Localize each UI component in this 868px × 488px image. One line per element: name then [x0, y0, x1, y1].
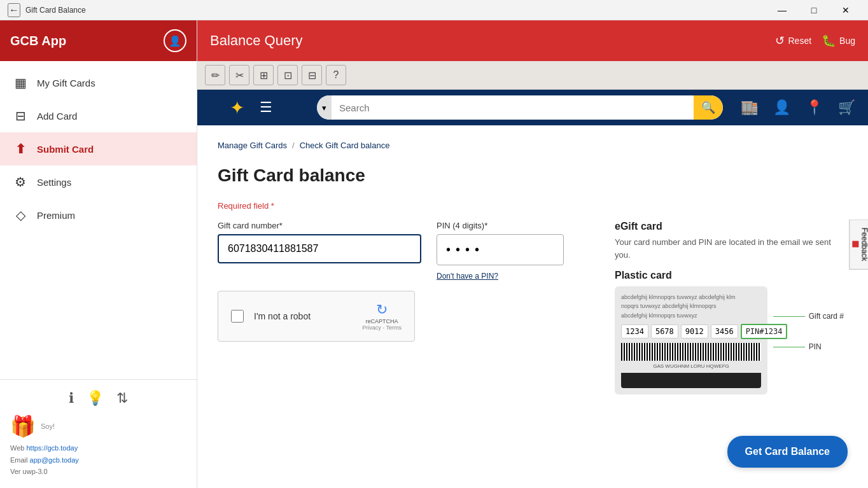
sidebar-item-label: Premium	[37, 210, 75, 221]
walmart-logo-area: ✦ ☰	[197, 90, 312, 125]
sidebar-nav: ▦ My Gift Cards ⊟ Add Card ⬆ Submit Card…	[0, 61, 197, 379]
top-bar-actions: ↺ Reset 🐛 Bug	[775, 34, 856, 48]
gift-card-input[interactable]	[218, 234, 421, 263]
search-button[interactable]: 🔍	[694, 95, 723, 120]
bug-icon: 🐛	[822, 34, 836, 48]
get-card-balance-button[interactable]: Get Card Balance	[727, 436, 848, 468]
feedback-tab[interactable]: Feedback	[850, 219, 868, 269]
barcode-text: GAS WUGHNM LORU HQWEFG	[621, 363, 761, 369]
bug-button[interactable]: 🐛 Bug	[822, 34, 855, 48]
sidebar-item-label: Settings	[37, 177, 71, 188]
reset-button[interactable]: ↺ Reset	[775, 34, 812, 48]
web-link[interactable]: https://gcb.today	[26, 444, 78, 452]
sidebar-item-premium[interactable]: ◇ Premium	[0, 199, 197, 232]
help-tool-button[interactable]: ?	[326, 65, 346, 85]
location-icon-button[interactable]: 📍	[801, 94, 828, 121]
crop-tool-button[interactable]: ⊡	[277, 65, 298, 85]
search-dropdown[interactable]: ▾	[317, 95, 332, 120]
captcha-brand: reCAPTCHA	[366, 318, 398, 324]
info-icon[interactable]: ℹ	[69, 390, 74, 407]
sidebar-item-add-card[interactable]: ⊟ Add Card	[0, 99, 197, 132]
page-header-title: Balance Query	[210, 32, 303, 49]
gift-area: 🎁 Soy!	[10, 414, 186, 438]
reset-icon: ↺	[775, 34, 785, 48]
sidebar-item-settings[interactable]: ⚙ Settings	[0, 165, 197, 199]
sidebar-item-label: Add Card	[37, 111, 77, 122]
store-icon-button[interactable]: 🏬	[736, 94, 763, 121]
gift-card-group: Gift card number*	[218, 221, 421, 263]
pin-group: PIN (4 digits)* Don't have a PIN?	[437, 221, 564, 281]
page-content: Manage Gift Cards / Check Gift Card bala…	[197, 125, 868, 488]
close-button[interactable]: ✕	[831, 0, 860, 20]
no-pin-link[interactable]: Don't have a PIN?	[437, 272, 564, 281]
search-input[interactable]	[332, 95, 694, 120]
avatar[interactable]: 👤	[164, 29, 186, 52]
feedback-dot	[853, 241, 859, 247]
sidebar-footer: ℹ 💡 ⇅ 🎁 Soy! Web https://gcb.today Email…	[0, 379, 197, 488]
feedback-label: Feedback	[860, 227, 868, 261]
toolbar: ✏ ✂ ⊞ ⊡ ⊟ ?	[197, 61, 868, 90]
select-tool-button[interactable]: ⊞	[253, 65, 274, 85]
sidebar-item-my-gift-cards[interactable]: ▦ My Gift Cards	[0, 66, 197, 99]
captcha-logo: ↻ reCAPTCHA Privacy - Terms	[362, 302, 402, 331]
cart-icon-button[interactable]: 🛒	[833, 94, 860, 121]
pin-label-line: PIN	[773, 342, 844, 351]
captcha-terms: Privacy - Terms	[362, 324, 402, 331]
required-note: Required field *	[218, 201, 790, 211]
sidebar-item-submit-card[interactable]: ⬆ Submit Card	[0, 132, 197, 165]
scissors-tool-button[interactable]: ✂	[229, 65, 249, 85]
gift-card-label: Gift card number*	[218, 221, 421, 230]
hamburger-button[interactable]: ☰	[252, 99, 280, 116]
captcha-label: I'm not a robot	[254, 311, 352, 321]
title-bar: ← Gift Card Balance — □ ✕	[0, 0, 868, 20]
sidebar-header: GCB App 👤	[0, 20, 197, 61]
pin-input[interactable]	[437, 234, 564, 265]
settings-icon: ⚙	[13, 174, 28, 190]
form-section: Required field * Gift card number*	[218, 201, 790, 394]
account-icon-button[interactable]: 👤	[768, 94, 795, 121]
barcode-lines	[621, 343, 761, 361]
edit-tool-button[interactable]: ✏	[205, 65, 225, 85]
breadcrumb-current: Check Gift Card balance	[300, 141, 390, 150]
back-button[interactable]: ←	[8, 3, 20, 17]
sidebar: GCB App 👤 ▦ My Gift Cards ⊟ Add Card ⬆ S…	[0, 20, 197, 488]
main-content: Balance Query ↺ Reset 🐛 Bug ✏ ✂ ⊞ ⊡ ⊟ ?	[197, 20, 868, 488]
info-panel: eGift card Your card number and PIN are …	[615, 221, 844, 394]
card-black-bar	[621, 373, 761, 388]
walmart-navbar: ✦ ☰ ▾ 🔍 🏬 👤 📍 🛒	[197, 90, 868, 125]
gift-icon: 🎁	[10, 414, 36, 438]
form-row: Gift card number* PIN (4 digits)* Don't …	[218, 221, 564, 281]
search-area: ▾ 🔍	[317, 95, 723, 120]
card-number-row: 1234 5678 9012 3456 PIN#1234	[621, 324, 761, 339]
breadcrumb-manage[interactable]: Manage Gift Cards	[218, 141, 287, 150]
breadcrumb: Manage Gift Cards / Check Gift Card bala…	[218, 141, 848, 150]
gift-text: Soy!	[41, 422, 55, 430]
grid-icon: ▦	[13, 75, 28, 90]
pin-label: PIN (4 digits)*	[437, 221, 564, 230]
egift-text: Your card number and PIN are located in …	[615, 236, 844, 261]
window-title: Gift Card Balance	[25, 6, 86, 15]
egift-title: eGift card	[615, 221, 844, 232]
breadcrumb-separator: /	[292, 141, 295, 150]
card-num-4: 3456	[711, 324, 738, 338]
walmart-star-icon: ✦	[230, 97, 244, 118]
page-title: Gift Card balance	[218, 165, 848, 186]
add-card-icon: ⊟	[13, 108, 28, 123]
share-icon[interactable]: ⇅	[116, 390, 128, 407]
minimize-button[interactable]: —	[767, 0, 797, 20]
sidebar-meta: Web https://gcb.today Email app@gcb.toda…	[10, 442, 186, 478]
email-link[interactable]: app@gcb.today	[30, 456, 79, 464]
app-name: GCB App	[10, 34, 66, 48]
lightbulb-icon[interactable]: 💡	[87, 390, 104, 407]
gift-card-label-line: Gift card #	[773, 312, 844, 321]
card-num-3: 9012	[681, 324, 708, 338]
sidebar-item-label: Submit Card	[37, 144, 94, 155]
window-controls: — □ ✕	[767, 0, 860, 20]
sidebar-item-label: My Gift Cards	[37, 78, 95, 88]
plastic-title: Plastic card	[615, 270, 844, 281]
captcha-checkbox[interactable]	[231, 310, 244, 323]
card-num-2: 5678	[651, 324, 678, 338]
resize-tool-button[interactable]: ⊟	[302, 65, 322, 85]
recaptcha-icon: ↻	[376, 302, 388, 318]
maximize-button[interactable]: □	[799, 0, 829, 20]
